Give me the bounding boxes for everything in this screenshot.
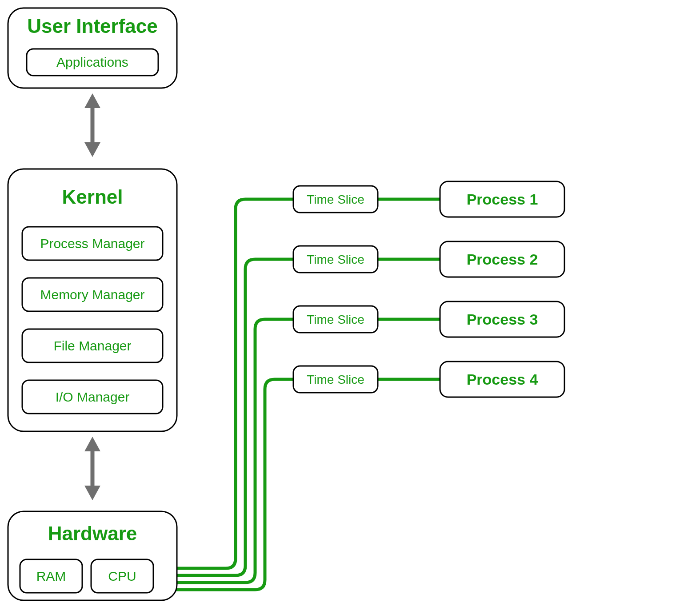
process-label-4: Process 4 [467, 371, 538, 388]
time-slice-label-1: Time Slice [307, 193, 364, 206]
arrow-kernel-hardware [84, 437, 100, 500]
svg-marker-5 [84, 486, 100, 500]
kernel-title: Kernel [62, 186, 123, 208]
hardware-title: Hardware [48, 523, 137, 544]
applications-label: Applications [56, 55, 128, 69]
ram-label: RAM [36, 569, 66, 583]
process-label-2: Process 2 [467, 251, 538, 268]
svg-marker-2 [84, 142, 100, 157]
process-label-3: Process 3 [467, 311, 538, 328]
svg-marker-4 [84, 437, 100, 451]
process-manager-label: Process Manager [40, 236, 144, 251]
memory-manager-label: Memory Manager [40, 287, 144, 302]
time-slice-label-2: Time Slice [307, 253, 364, 266]
file-manager-label: File Manager [53, 338, 131, 353]
process-label-1: Process 1 [467, 191, 538, 208]
user-interface-title: User Interface [27, 15, 157, 37]
os-architecture-diagram: User Interface Applications Kernel Proce… [0, 0, 700, 615]
arrow-ui-kernel [84, 93, 100, 157]
time-slice-label-3: Time Slice [307, 313, 364, 326]
svg-marker-1 [84, 93, 100, 108]
io-manager-label: I/O Manager [56, 390, 130, 404]
time-slice-label-4: Time Slice [307, 373, 364, 386]
cpu-label: CPU [108, 569, 136, 583]
